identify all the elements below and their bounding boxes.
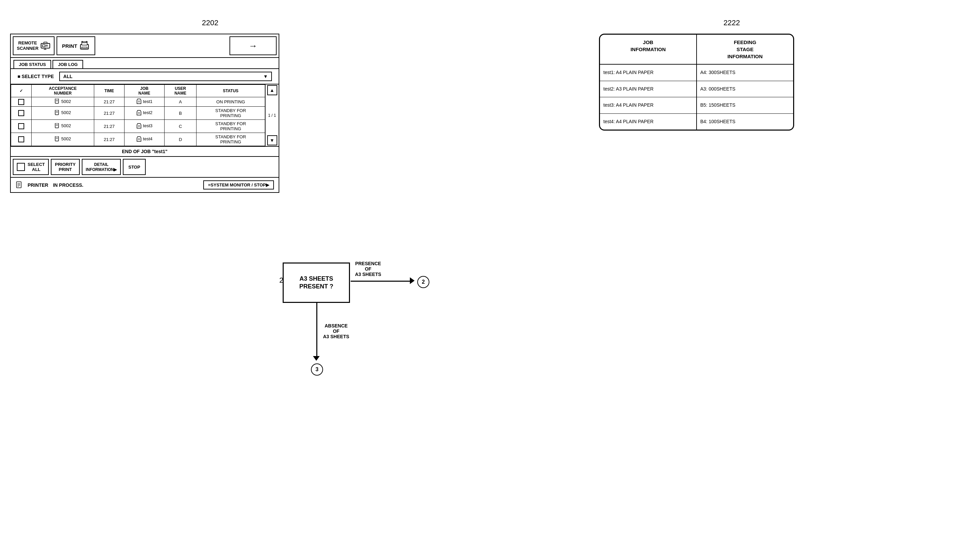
scroll-up-button[interactable]: ▲ [267, 85, 277, 95]
system-monitor-button[interactable]: ≡SYSTEM MONITOR / STOP▶ [203, 180, 274, 189]
priority-print-label: PRIORITY PRINT [55, 162, 75, 172]
row-status: STANDBY FOR PRINTING [196, 133, 265, 146]
absence-arrowhead [313, 356, 320, 361]
select-type-label: ■ SELECT TYPE [17, 74, 54, 79]
row-checkbox[interactable] [11, 97, 31, 107]
select-type-value: ALL [63, 74, 72, 79]
scroll-down-button[interactable]: ▼ [267, 135, 277, 145]
presence-arrowhead [410, 277, 415, 284]
row-acceptance: 5002 [31, 97, 94, 107]
table-wrapper: ✓ ACCEPTANCENUMBER TIME JOBNAME USERNAME… [11, 84, 279, 147]
select-all-label: SELECT ALL [28, 162, 45, 172]
arrow-button[interactable]: → [230, 36, 277, 55]
info-job-cell: test2: A3 PLAIN PAPER [600, 81, 697, 97]
circle-3: 3 [311, 363, 323, 375]
col-acceptance: ACCEPTANCENUMBER [31, 85, 94, 97]
info-panel-row: test4: A4 PLAIN PAPERB4: 100SHEETS [600, 114, 793, 130]
tab-job-log[interactable]: JOB LOG [53, 60, 83, 68]
label-2202: 2202 [202, 19, 218, 27]
stop-label: STOP [128, 164, 140, 170]
printer-status-text: IN PROCESS. [53, 182, 83, 188]
page-indicator: 1 / 1 [268, 113, 276, 118]
row-user: B [164, 107, 197, 120]
row-job: test2 [124, 107, 164, 120]
row-user: A [164, 97, 197, 107]
select-all-checkbox [17, 163, 25, 171]
main-panel: REMOTE SCANNER PRINT [10, 34, 279, 193]
row-checkbox[interactable] [11, 120, 31, 133]
doc-icon [16, 181, 23, 189]
row-checkbox[interactable] [11, 107, 31, 120]
row-status: STANDBY FOR PRINTING [196, 107, 265, 120]
presence-label: PRESENCE OF A3 SHEETS [355, 261, 381, 277]
info-panel: JOB INFORMATION FEEDING STAGE INFORMATIO… [599, 34, 794, 131]
presence-arrow-horizontal [351, 281, 411, 282]
row-status: STANDBY FOR PRINTING [196, 120, 265, 133]
remote-scanner-button[interactable]: REMOTE SCANNER [13, 36, 55, 55]
svg-marker-21 [137, 110, 141, 115]
row-user: C [164, 120, 197, 133]
info-panel-feeding-header: FEEDING STAGE INFORMATION [697, 34, 793, 64]
col-status: STATUS [196, 85, 265, 97]
info-panel-row: test1: A4 PLAIN PAPERA4: 300SHEETS [600, 65, 793, 81]
row-job: test4 [124, 133, 164, 146]
decision-text: A3 SHEETS PRESENT ? [299, 275, 333, 291]
system-monitor-label: ≡SYSTEM MONITOR / STOP▶ [208, 182, 269, 188]
arrow-icon: → [249, 41, 257, 51]
row-user: D [164, 133, 197, 146]
select-type-dropdown[interactable]: ALL ▼ [59, 72, 272, 81]
printer-icon [79, 41, 90, 50]
svg-rect-4 [44, 42, 47, 44]
info-feeding-cell: A3: 000SHEETS [697, 81, 793, 97]
scanner-icon [41, 41, 50, 50]
info-panel-row: test3: A4 PLAIN PAPERB5: 150SHEETS [600, 97, 793, 114]
info-panel-rows: test1: A4 PLAIN PAPERA4: 300SHEETStest2:… [600, 65, 793, 130]
toolbar: REMOTE SCANNER PRINT [11, 34, 279, 58]
info-job-cell: test1: A4 PLAIN PAPER [600, 65, 697, 81]
select-type-row: ■ SELECT TYPE ALL ▼ [11, 69, 279, 84]
table-row: 5002 21:27 test1 AON PRINTING [11, 97, 265, 107]
col-user-name: USERNAME [164, 85, 197, 97]
status-bar: PRINTER IN PROCESS. ≡SYSTEM MONITOR / ST… [11, 177, 279, 192]
col-job-name: JOBNAME [124, 85, 164, 97]
tab-job-status[interactable]: JOB STATUS [14, 60, 51, 68]
svg-marker-27 [137, 124, 141, 128]
table-row: 5002 21:27 test4 DSTANDBY FOR PRINTING [11, 133, 265, 146]
print-label: PRINT [62, 43, 77, 49]
scroll-controls: ▲ 1 / 1 ▼ [265, 84, 279, 146]
detail-info-button[interactable]: DETAIL INFORMATION▶ [82, 159, 121, 175]
absence-arrow-vertical [316, 303, 317, 357]
absence-label: ABSENCE OF A3 SHEETS [323, 323, 349, 339]
row-job: test1 [124, 97, 164, 107]
dropdown-arrow-icon: ▼ [263, 74, 268, 79]
priority-print-button[interactable]: PRIORITY PRINT [51, 159, 80, 175]
table-scroll-container: ✓ ACCEPTANCENUMBER TIME JOBNAME USERNAME… [11, 84, 279, 146]
table-row: 5002 21:27 test3 CSTANDBY FOR PRINTING [11, 120, 265, 133]
info-panel-header: JOB INFORMATION FEEDING STAGE INFORMATIO… [600, 34, 793, 65]
table-row: 5002 21:27 test2 BSTANDBY FOR PRINTING [11, 107, 265, 120]
remote-scanner-label: REMOTE SCANNER [17, 41, 38, 51]
row-acceptance: 5002 [31, 107, 94, 120]
row-acceptance: 5002 [31, 120, 94, 133]
stop-button[interactable]: STOP [123, 159, 146, 175]
info-panel-row: test2: A3 PLAIN PAPERA3: 000SHEETS [600, 81, 793, 98]
row-status: ON PRINTING [196, 97, 265, 107]
row-time: 21:27 [94, 120, 124, 133]
select-all-button[interactable]: SELECT ALL [13, 159, 49, 175]
info-job-cell: test4: A4 PLAIN PAPER [600, 114, 697, 130]
svg-rect-36 [17, 182, 21, 188]
svg-marker-33 [137, 137, 141, 141]
row-job: test3 [124, 120, 164, 133]
row-checkbox[interactable] [11, 133, 31, 146]
notification-bar: END OF JOB "test1" [11, 147, 279, 157]
detail-info-label: DETAIL INFORMATION▶ [86, 162, 117, 172]
info-job-cell: test3: A4 PLAIN PAPER [600, 97, 697, 113]
print-button[interactable]: PRINT [56, 36, 95, 55]
action-bar: SELECT ALL PRIORITY PRINT DETAIL INFORMA… [11, 157, 279, 177]
col-check: ✓ [11, 85, 31, 97]
svg-marker-15 [137, 99, 141, 104]
info-feeding-cell: B4: 100SHEETS [697, 114, 793, 130]
tab-bar: JOB STATUS JOB LOG [11, 58, 279, 69]
circle-2: 2 [417, 276, 429, 288]
table-main: ✓ ACCEPTANCENUMBER TIME JOBNAME USERNAME… [11, 84, 265, 146]
